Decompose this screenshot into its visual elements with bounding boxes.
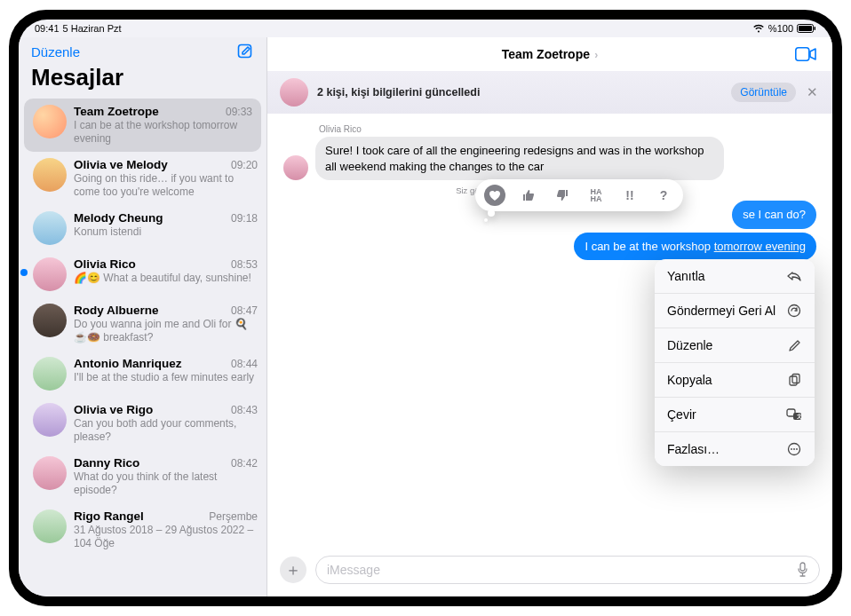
ctx-reply[interactable]: Yanıtla: [655, 259, 815, 294]
svg-point-14: [796, 448, 798, 450]
conversation-body: Olivia ve Melody09:20Going on this ride……: [74, 158, 258, 199]
ctx-copy[interactable]: Kopyala: [655, 363, 815, 398]
outgoing-bubble-1[interactable]: se I can do?: [732, 201, 816, 229]
video-call-button[interactable]: [795, 47, 816, 61]
conversation-item[interactable]: Danny Rico08:42What do you think of the …: [19, 450, 266, 503]
banner-avatar: [280, 78, 308, 107]
apps-button[interactable]: ＋: [280, 557, 306, 583]
chevron-right-icon: ›: [592, 49, 598, 61]
conversation-item[interactable]: Olivia ve Rigo08:43Can you both add your…: [19, 397, 266, 450]
chat-title[interactable]: Team Zoetrope ›: [502, 47, 599, 61]
reply-icon: [786, 268, 802, 284]
banner-close-button[interactable]: ✕: [805, 84, 820, 100]
svg-point-12: [791, 448, 792, 450]
battery-label: %100: [768, 23, 793, 34]
conversation-name: Rody Albuerne: [74, 304, 159, 317]
sender-avatar[interactable]: [283, 155, 308, 180]
conversation-preview: I'll be at the studio a few minutes earl…: [74, 371, 258, 384]
conversation-name: Antonio Manriquez: [74, 357, 182, 370]
conversation-time: 08:42: [231, 457, 258, 470]
svg-rect-7: [792, 375, 799, 383]
conversation-time: 09:33: [226, 106, 252, 118]
ctx-more[interactable]: Fazlası…: [655, 432, 815, 466]
svg-rect-4: [796, 48, 809, 60]
tapback-exclaim[interactable]: !!: [619, 185, 640, 206]
conversation-body: Melody Cheung09:18Konum istendi: [74, 211, 258, 239]
conversation-preview: Going on this ride… if you want to come …: [74, 172, 258, 199]
conversation-name: Olivia ve Rigo: [74, 403, 153, 416]
dictate-icon[interactable]: [797, 562, 808, 578]
message-sender-label: Olivia Rico: [319, 124, 816, 134]
conversation-time: Perşembe: [209, 510, 258, 523]
conversation-preview: 🌈😊 What a beautiful day, sunshine!: [74, 272, 258, 285]
conversation-body: Rody Albuerne08:47Do you wanna join me a…: [74, 304, 258, 344]
conversation-item[interactable]: Olivia Rico08:53🌈😊 What a beautiful day,…: [19, 251, 266, 297]
conversation-avatar: [33, 357, 67, 391]
conversation-body: Team Zoetrope09:33I can be at the worksh…: [74, 105, 252, 146]
svg-rect-15: [800, 563, 805, 571]
ipad-frame: 09:41 5 Haziran Pzt %100 Düzenle: [9, 10, 842, 606]
status-date: 5 Haziran Pzt: [63, 23, 122, 34]
edit-button[interactable]: Düzenle: [31, 44, 80, 59]
conversation-body: Antonio Manriquez08:44I'll be at the stu…: [74, 357, 258, 384]
unread-dot-icon: [20, 269, 28, 276]
conversation-item[interactable]: Team Zoetrope09:33I can be at the worksh…: [24, 99, 261, 152]
conversation-item[interactable]: Olivia ve Melody09:20Going on this ride……: [19, 152, 266, 205]
outgoing-bubble-2[interactable]: I can be at the workshop tomorrow evenin…: [574, 233, 816, 261]
conversation-item[interactable]: Rigo RangelPerşembe31 Ağustos 2018 – 29 …: [19, 503, 266, 557]
banner-view-button[interactable]: Görüntüle: [731, 83, 796, 102]
svg-rect-1: [799, 26, 812, 31]
chat-main: Team Zoetrope › 2 kişi, kişi bilgilerini…: [267, 37, 832, 596]
conversation-avatar: [33, 158, 67, 192]
banner-text: 2 kişi, kişi bilgilerini güncelledi: [317, 86, 722, 99]
conversation-body: Danny Rico08:42What do you think of the …: [74, 456, 258, 497]
translate-icon: 文: [786, 407, 802, 423]
conversation-preview: Konum istendi: [74, 225, 258, 239]
tapback-heart[interactable]: [484, 185, 505, 206]
conversation-item[interactable]: Rody Albuerne08:47Do you wanna join me a…: [19, 297, 266, 351]
tapback-thumbs-up[interactable]: [518, 185, 539, 206]
conversation-item[interactable]: Antonio Manriquez08:44I'll be at the stu…: [19, 351, 266, 397]
svg-rect-2: [815, 27, 816, 30]
compose-bar: ＋ iMessage: [267, 549, 832, 596]
svg-point-13: [793, 448, 795, 450]
conversation-name: Melody Cheung: [74, 211, 163, 225]
conversation-avatar: [33, 456, 67, 490]
conversation-time: 08:53: [231, 258, 258, 271]
conversation-preview: 31 Ağustos 2018 – 29 Ağustos 2022 – 104 …: [74, 524, 258, 550]
conversation-list[interactable]: Team Zoetrope09:33I can be at the worksh…: [19, 99, 266, 596]
update-banner: 2 kişi, kişi bilgilerini güncelledi Görü…: [267, 71, 832, 114]
more-icon: [786, 441, 802, 457]
outgoing-group: HAHA !! ? se I can do? I can be at the w…: [283, 201, 816, 264]
tapback-question[interactable]: ?: [653, 185, 674, 206]
conversation-time: 09:18: [231, 212, 258, 225]
incoming-bubble[interactable]: Sure! I took care of all the engineering…: [315, 137, 724, 180]
conversation-preview: Can you both add your comments, please?: [74, 417, 258, 444]
svg-rect-6: [790, 376, 797, 385]
conversation-avatar: [33, 105, 67, 138]
conversation-item[interactable]: Melody Cheung09:18Konum istendi: [19, 205, 266, 251]
tapback-bar: HAHA !! ?: [475, 179, 683, 211]
conversation-avatar: [33, 304, 67, 337]
conversation-time: 08:47: [231, 304, 258, 317]
conversation-avatar: [33, 211, 67, 245]
conversation-time: 08:44: [231, 358, 258, 370]
compose-button[interactable]: [236, 43, 254, 60]
conversation-preview: I can be at the workshop tomorrow evenin…: [74, 119, 252, 146]
sidebar-title: Mesajlar: [19, 60, 266, 99]
ctx-edit[interactable]: Düzenle: [655, 328, 815, 363]
conversation-name: Olivia ve Melody: [74, 158, 168, 171]
conversation-name: Olivia Rico: [74, 257, 136, 271]
conversation-body: Rigo RangelPerşembe31 Ağustos 2018 – 29 …: [74, 509, 258, 550]
ctx-undo-send[interactable]: Göndermeyi Geri Al: [655, 294, 815, 328]
conversation-avatar: [33, 509, 67, 543]
conversation-time: 09:20: [231, 159, 258, 171]
pencil-icon: [786, 337, 802, 353]
context-menu: Yanıtla Göndermeyi Geri Al Düzenle: [655, 259, 815, 466]
tapback-thumbs-down[interactable]: [552, 185, 573, 206]
conversation-sidebar: Düzenle Mesajlar Team Zoetrope09:33I can…: [19, 37, 267, 596]
tapback-haha[interactable]: HAHA: [585, 185, 607, 206]
ctx-translate[interactable]: Çevir 文: [655, 398, 815, 432]
message-input[interactable]: iMessage: [315, 556, 820, 584]
conversation-body: Olivia ve Rigo08:43Can you both add your…: [74, 403, 258, 444]
